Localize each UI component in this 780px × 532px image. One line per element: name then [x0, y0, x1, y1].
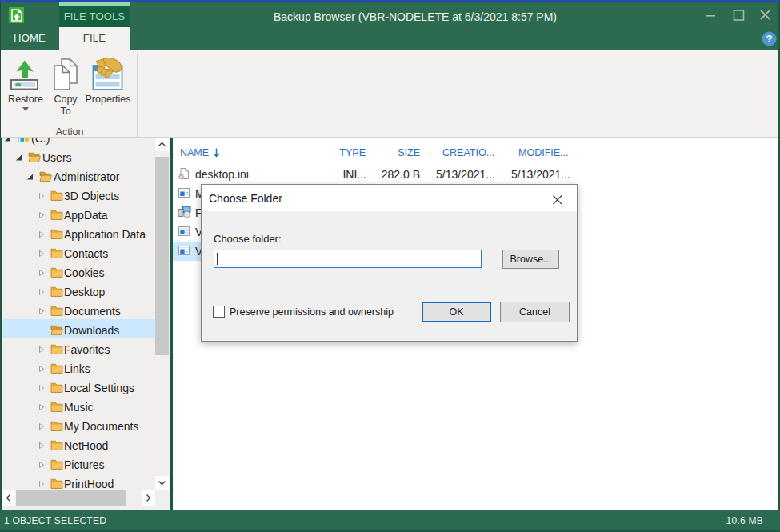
svg-text:?: ?: [766, 33, 773, 45]
